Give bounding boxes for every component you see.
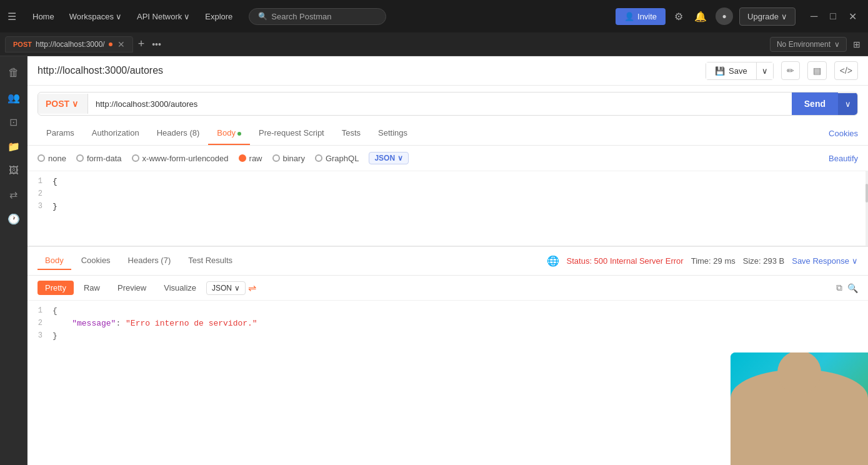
copy-response-button[interactable]: ⧉ [836,282,842,293]
save-button[interactable]: 💾 Save [706,62,756,79]
resp-line-3: 3 } [27,331,868,343]
titlebar-menu: Home Workspaces ∨ API Network ∨ Explore [26,9,239,24]
search-bar[interactable]: 🔍 Search Postman [249,8,386,25]
maximize-button[interactable]: □ [826,9,840,24]
tab-headers[interactable]: Headers (8) [148,122,209,145]
globe-icon: 🌐 [547,255,559,267]
sidebar-new-icon[interactable]: 🗑 [3,61,24,84]
radio-raw[interactable]: raw [239,154,262,163]
add-tab-button[interactable]: + [136,38,147,51]
save-button-group: 💾 Save ∨ [706,62,774,80]
send-dropdown-button[interactable]: ∨ [838,93,857,115]
resp-tab-body[interactable]: Body [37,252,71,270]
radio-form-data-dot [76,154,84,162]
radio-urlencoded[interactable]: x-www-form-urlencoded [132,154,229,163]
radio-none-dot [37,154,45,162]
save-dropdown-button[interactable]: ∨ [756,62,773,79]
sidebar-history-icon[interactable]: 🕐 [2,208,25,230]
more-tabs-button[interactable]: ••• [149,39,164,49]
resp-tab-headers[interactable]: Headers (7) [121,252,179,270]
method-selector[interactable]: POST ∨ [38,94,88,114]
hamburger-icon[interactable]: ☰ [7,11,16,22]
sidebar-folder-icon[interactable]: 📁 [2,136,25,158]
tab-settings[interactable]: Settings [369,122,416,145]
json-chevron-icon: ∨ [397,154,403,162]
tab-tests[interactable]: Tests [333,122,369,145]
save-response-button[interactable]: Save Response ∨ [792,256,858,266]
response-section: Body Cookies Headers (7) Test Results 🌐 … [27,246,868,465]
tabbar-right: No Environment ∨ ⊞ [770,37,863,52]
content-area: http://localhost:3000/autores 💾 Save ∨ ✏… [27,56,868,465]
window-controls: ─ □ ✕ [807,9,861,24]
sidebar: 🗑 👥 ⊡ 📁 🖼 ⇄ 🕐 [0,56,27,465]
close-button[interactable]: ✕ [845,9,861,24]
chevron-down-icon: ∨ [834,40,840,49]
environment-settings-button[interactable]: ⊞ [851,37,863,52]
json-fmt-chevron-icon: ∨ [234,284,240,292]
search-response-button[interactable]: 🔍 [847,282,858,293]
tab-close-button[interactable]: ✕ [117,39,125,49]
fmt-visualize-button[interactable]: Visualize [156,281,204,295]
response-time: Time: 29 ms [691,256,736,266]
response-action-icons: ⧉ 🔍 [836,282,858,293]
json-format-selector[interactable]: JSON ∨ [369,152,409,164]
settings-button[interactable]: ⚙ [672,8,686,25]
radio-graphql[interactable]: GraphQL [315,154,359,163]
tab-params[interactable]: Params [37,122,83,145]
scrollbar-track [866,171,868,246]
environment-selector[interactable]: No Environment ∨ [770,37,847,52]
person-icon: 👤 [624,12,634,21]
radio-binary-dot [272,154,280,162]
radio-form-data[interactable]: form-data [76,154,122,163]
fmt-pretty-button[interactable]: Pretty [37,281,74,295]
sidebar-person-icon[interactable]: 👥 [2,87,25,109]
request-tab[interactable]: POST http://localhost:3000/ ✕ [5,36,133,52]
method-chevron-icon: ∨ [72,99,78,109]
url-bar: POST ∨ Send ∨ [37,92,858,116]
code-button[interactable]: </> [834,61,858,80]
tab-body[interactable]: Body [208,122,250,145]
chevron-down-icon: ∨ [781,12,787,21]
send-button[interactable]: Send [792,92,838,115]
fmt-raw-button[interactable]: Raw [76,281,107,295]
titlebar-right: 👤 Invite ⚙ 🔔 ● Upgrade ∨ ─ □ ✕ [616,8,861,26]
sidebar-browse-icon[interactable]: ⊡ [4,111,22,133]
menu-workspaces[interactable]: Workspaces ∨ [63,9,128,24]
request-header: http://localhost:3000/autores 💾 Save ∨ ✏… [27,56,868,86]
radio-urlencoded-dot [132,154,139,162]
sidebar-image-icon[interactable]: 🖼 [4,160,24,181]
filter-button[interactable]: ⇌ [248,282,256,294]
code-editor[interactable]: 1 { 2 3 } [27,171,868,246]
beautify-button[interactable]: Beautify [829,154,858,163]
resp-tab-test-results[interactable]: Test Results [181,252,240,270]
comment-button[interactable]: ▤ [807,61,827,80]
request-title: http://localhost:3000/autores [37,65,698,76]
tab-pre-request[interactable]: Pre-request Script [250,122,333,145]
response-json-selector[interactable]: JSON ∨ [206,281,246,295]
tab-authorization[interactable]: Authorization [83,122,148,145]
menu-api-network[interactable]: API Network ∨ [131,9,196,24]
resp-tab-cookies[interactable]: Cookies [74,252,118,270]
radio-binary[interactable]: binary [272,154,305,163]
radio-none[interactable]: none [37,154,66,163]
cookies-button[interactable]: Cookies [829,129,858,138]
avatar-button[interactable]: ● [716,8,733,25]
titlebar-left: ☰ Home Workspaces ∨ API Network ∨ Explor… [7,8,606,25]
search-placeholder: Search Postman [271,12,331,21]
upgrade-button[interactable]: Upgrade ∨ [739,8,796,26]
url-input[interactable] [88,93,792,115]
notification-button[interactable]: 🔔 [692,8,709,25]
edit-button[interactable]: ✏ [781,61,800,80]
save-icon: 💾 [715,66,725,76]
menu-explore[interactable]: Explore [199,9,239,24]
fmt-preview-button[interactable]: Preview [110,281,154,295]
send-button-group: Send ∨ [792,92,857,115]
minimize-button[interactable]: ─ [807,9,821,24]
chevron-down-icon: ∨ [184,12,190,21]
invite-button[interactable]: 👤 Invite [616,8,666,25]
sidebar-share-icon[interactable]: ⇄ [4,184,22,206]
menu-home[interactable]: Home [26,9,61,24]
tab-method: POST [13,41,32,48]
response-header: Body Cookies Headers (7) Test Results 🌐 … [27,247,868,276]
tabbar: POST http://localhost:3000/ ✕ + ••• No E… [0,32,868,56]
